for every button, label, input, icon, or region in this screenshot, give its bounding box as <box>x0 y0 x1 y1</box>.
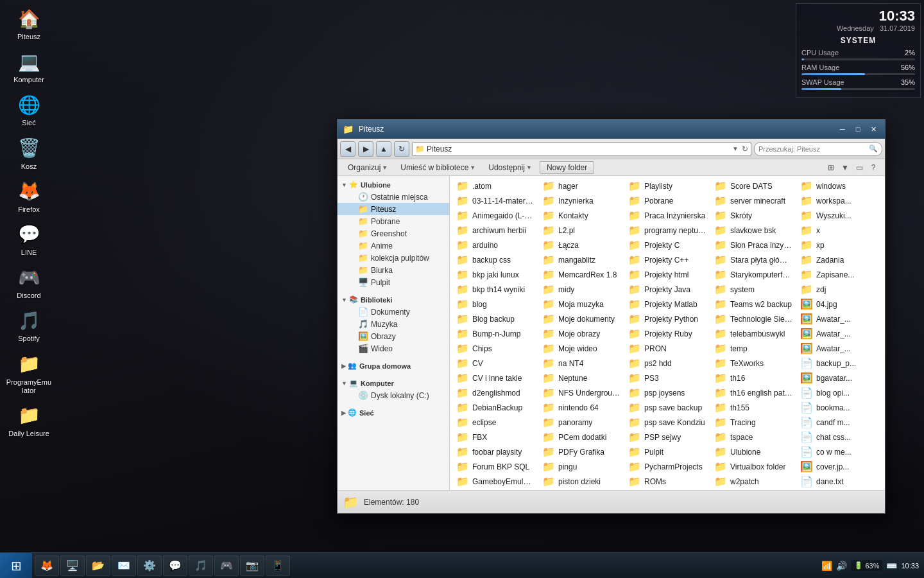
list-item[interactable]: 📁Skróty <box>710 208 796 223</box>
list-item[interactable]: 📁ROMs <box>624 474 710 489</box>
list-item[interactable]: 📁PRON <box>624 341 710 356</box>
list-item[interactable]: 📁d2englishmod <box>452 385 538 400</box>
help-button[interactable]: ? <box>867 161 880 174</box>
list-item[interactable]: 📁windows <box>796 179 882 193</box>
desktop-icon-daily[interactable]: 📁 Daily Leisure <box>3 400 55 441</box>
list-item[interactable]: 📁slavkowe bsk <box>710 223 796 238</box>
desktop-icon-line[interactable]: 💬 LINE <box>3 219 55 259</box>
address-refresh-icon[interactable]: ↻ <box>742 144 748 153</box>
sidebar-item-obrazy[interactable]: 🖼️ Obrazy <box>338 330 449 342</box>
list-item[interactable]: 📁backup css <box>452 252 538 267</box>
list-item[interactable]: 📁Praca Inżynierska <box>624 208 710 223</box>
list-item[interactable]: 📁xp <box>796 238 882 252</box>
list-item[interactable]: 📄bookma... <box>796 400 882 415</box>
taskbar-item-line[interactable]: 📱 <box>266 556 290 576</box>
up-button[interactable]: ▲ <box>376 141 391 157</box>
taskbar-item-files[interactable]: 📂 <box>86 556 110 576</box>
list-item[interactable]: 📁Moje dokumenty <box>538 311 624 326</box>
list-item[interactable]: 🖼️04.jpg <box>796 297 882 311</box>
list-item[interactable]: 📁Virtualbox folder <box>710 459 796 474</box>
list-item[interactable]: 📁telebambuswykl <box>710 326 796 341</box>
list-item[interactable]: 📁bkp th14 wyniki <box>452 282 538 297</box>
list-item[interactable]: 🖼️cover.jp... <box>796 459 882 474</box>
list-item[interactable]: 📁Tracing <box>710 415 796 430</box>
taskbar-item-spotify[interactable]: 🎵 <box>189 556 213 576</box>
preview-button[interactable]: ▭ <box>853 161 866 174</box>
view-tiles-button[interactable]: ⊞ <box>825 161 837 174</box>
list-item[interactable]: 📁workspa... <box>796 193 882 208</box>
list-item[interactable]: 📁psp save Kondziu <box>624 415 710 430</box>
desktop-icon-discord[interactable]: 🎮 Discord <box>3 262 55 302</box>
desktop-icon-siec[interactable]: 🌐 Sieć <box>3 89 55 130</box>
udostepnij-menu[interactable]: Udostępnij ▼ <box>483 162 537 173</box>
list-item[interactable]: 📁TeXworks <box>710 356 796 371</box>
list-item[interactable]: 📁DebianBackup <box>452 400 538 415</box>
list-item[interactable]: 📁blog <box>452 297 538 311</box>
list-item[interactable]: 📁Projekty Python <box>624 311 710 326</box>
list-item[interactable]: 📁programy neptune <box>624 223 710 238</box>
list-item[interactable]: 📁PSP sejwy <box>624 430 710 444</box>
list-item[interactable]: 🖼️Awatar_... <box>796 311 882 326</box>
list-item[interactable]: 📁mangablitz <box>538 252 624 267</box>
refresh-button[interactable]: ↻ <box>394 141 409 157</box>
ulubione-header[interactable]: ▼ ⭐ Ulubione <box>338 179 449 191</box>
siec-header[interactable]: ▶ 🌐 Sieć <box>338 407 449 419</box>
desktop-icon-programy[interactable]: 📁 ProgramyEmulator <box>3 349 55 398</box>
sidebar-item-pulpit[interactable]: 🖥️ Pulpit <box>338 276 449 288</box>
sidebar-item-kolekcja[interactable]: 📁 kolekcja pulpitów <box>338 252 449 264</box>
start-button[interactable]: ⊞ <box>0 553 32 579</box>
list-item[interactable]: 📁Teams w2 backup <box>710 297 796 311</box>
list-item[interactable]: 📁Projekty Ruby <box>624 326 710 341</box>
list-item[interactable]: 📁Projekty C++ <box>624 252 710 267</box>
list-item[interactable]: 📁pingu <box>538 459 624 474</box>
list-item[interactable]: 📁th16 english patch <box>710 385 796 400</box>
list-item[interactable]: 📁psp joysens <box>624 385 710 400</box>
sidebar-item-dysk[interactable]: 💿 Dysk lokalny (C:) <box>338 389 449 401</box>
list-item[interactable]: 📁w2patch <box>710 474 796 489</box>
list-item[interactable]: 📁hager <box>538 179 624 193</box>
taskbar-item-chat[interactable]: 💬 <box>163 556 187 576</box>
list-item[interactable]: 📁Ulubione <box>710 444 796 459</box>
grupa-header[interactable]: ▶ 👥 Grupa domowa <box>338 360 449 372</box>
list-item[interactable]: 📁Stara płyta główna pentium 2 <box>710 252 796 267</box>
sidebar-item-muzyka[interactable]: 🎵 Muzyka <box>338 318 449 330</box>
list-item[interactable]: 📁Playlisty <box>624 179 710 193</box>
list-item[interactable]: 📁x <box>796 223 882 238</box>
list-item[interactable]: 📁Łącza <box>538 238 624 252</box>
biblioteki-header[interactable]: ▼ 📚 Biblioteki <box>338 293 449 306</box>
sidebar-item-dokumenty[interactable]: 📄 Dokumenty <box>338 306 449 318</box>
list-item[interactable]: 📁NFS Underground save <box>538 385 624 400</box>
taskbar-item-camera[interactable]: 📷 <box>240 556 264 576</box>
list-item[interactable]: 📁th16 <box>710 371 796 385</box>
desktop-icon-komputer[interactable]: 💻 Komputer <box>3 46 55 87</box>
list-item[interactable]: 📁arduino <box>452 238 538 252</box>
desktop-icon-firefox[interactable]: 🦊 Firefox <box>3 176 55 216</box>
list-item[interactable]: 📁panoramy <box>538 415 624 430</box>
list-item[interactable]: 🖼️Awatar_... <box>796 326 882 341</box>
list-item[interactable]: 🖼️bgavatar... <box>796 371 882 385</box>
list-item[interactable]: 📁archiwum herbii <box>452 223 538 238</box>
list-item[interactable]: 📁GameboyEmulator <box>452 474 538 489</box>
list-item[interactable]: 📁Moje wideo <box>538 341 624 356</box>
list-item[interactable]: 📁.atom <box>452 179 538 193</box>
search-input[interactable] <box>758 145 867 153</box>
list-item[interactable]: 📁PycharmProjects <box>624 459 710 474</box>
list-item[interactable]: 📁Technologie Sieciowe II <box>710 311 796 326</box>
list-item[interactable]: 📁03-11-14-materiały <box>452 193 538 208</box>
list-item[interactable]: 🖼️Awatar_... <box>796 341 882 356</box>
list-item[interactable]: 📁Zadania <box>796 252 882 267</box>
search-box[interactable]: 🔍 <box>754 142 882 156</box>
list-item[interactable]: 📁Kontakty <box>538 208 624 223</box>
list-item[interactable]: 📄chat css... <box>796 430 882 444</box>
list-item[interactable]: 📁temp <box>710 341 796 356</box>
list-item[interactable]: 📁Inżynierka <box>538 193 624 208</box>
list-item[interactable]: 📁system <box>710 282 796 297</box>
list-item[interactable]: 📁Projekty C <box>624 238 710 252</box>
list-item[interactable]: 📁nintendo 64 <box>538 400 624 415</box>
back-button[interactable]: ◀ <box>340 141 355 157</box>
view-dropdown-button[interactable]: ▼ <box>839 161 851 174</box>
sidebar-item-wideo[interactable]: 🎬 Wideo <box>338 342 449 355</box>
battery-indicator[interactable]: 🔋 63% <box>851 560 882 571</box>
sidebar-item-greenshot[interactable]: 📁 Greenshot <box>338 227 449 240</box>
list-item[interactable]: 📁eclipse <box>452 415 538 430</box>
